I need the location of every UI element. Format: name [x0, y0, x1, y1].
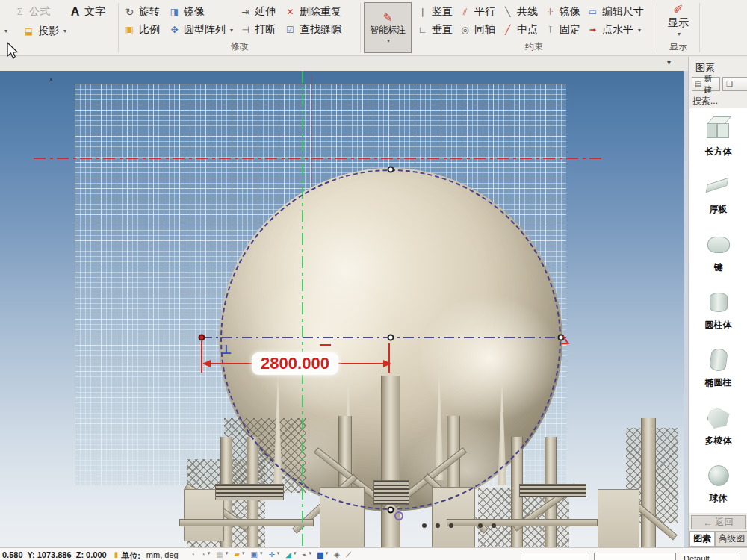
circular-array-button[interactable]: ✥ 圆型阵列 ▾ [168, 23, 239, 37]
snap-icon[interactable]: ◢ [285, 550, 291, 559]
coaxial-constraint-button[interactable]: ◎ 同轴 [459, 23, 501, 37]
extend-icon: ⇥ [239, 6, 252, 18]
parallel-constraint-button[interactable]: ⫽ 平行 [459, 5, 501, 19]
list-item-sphere[interactable]: 球体 [689, 455, 747, 513]
new-button[interactable]: ▤ 新建 [692, 77, 720, 91]
snap-icon[interactable]: ◔ [201, 550, 205, 559]
display-button[interactable]: 显示 [668, 16, 689, 30]
flanged-beam [519, 484, 586, 497]
midpoint-constraint-button[interactable]: ╱ 中点 [501, 23, 544, 37]
open-part-button-clipped[interactable]: ❏ [722, 77, 747, 91]
part-icon: ❏ [725, 78, 734, 90]
mirror-button[interactable]: ◨ 镜像 [168, 5, 239, 19]
snap-icon[interactable]: ▰ [234, 550, 240, 559]
snap-icon[interactable]: ▣ [250, 550, 257, 559]
chevron-down-icon: ▾ [678, 31, 681, 37]
snap-icon[interactable]: ⌁ [303, 550, 307, 559]
slot-button-clipped[interactable]: ▾ [3, 28, 15, 34]
ribbon-group-display: ✐ 显示 ▾ 显示 [659, 0, 698, 55]
handle-point-bottom[interactable] [388, 507, 394, 514]
snap-icon[interactable]: ✛ [268, 550, 274, 559]
handle-point-top[interactable] [388, 167, 394, 173]
snap-icon[interactable]: ▦ [216, 550, 223, 559]
primitive-list: 长方体 厚板 键 圆柱体 椭圆柱 多棱体 [689, 108, 747, 513]
formula-button[interactable]: Σ 公式 [13, 5, 58, 19]
bolt [436, 523, 440, 528]
bolt [422, 523, 427, 528]
list-item-elliptical-cylinder[interactable]: 椭圆柱 [689, 340, 747, 397]
primitives-panel: 图素 ▤ 新建 ❏ 搜索... 长方体 厚板 键 圆柱体 [688, 57, 747, 547]
dimension-extension-line [201, 341, 202, 373]
axis-marker: x [49, 75, 53, 83]
viewport-chevron-down-icon[interactable]: ▾ [667, 58, 671, 66]
centerline-horizontal[interactable] [202, 337, 566, 338]
collinear-constraint-button[interactable]: ╲ 共线 [501, 5, 544, 19]
search-input[interactable]: 搜索... [692, 95, 718, 108]
chevron-down-icon: ▾ [63, 28, 66, 34]
text-button[interactable]: A 文字 [69, 5, 114, 19]
find-gap-button[interactable]: ☑ 查找缝隙 [284, 23, 356, 37]
units-icon: ▮ [114, 550, 119, 559]
smart-dimension-button[interactable]: ✎ 智能标注 ▾ [364, 2, 412, 53]
snap-icon[interactable]: ◈ [334, 550, 340, 559]
delete-duplicate-icon: ✕ [284, 6, 297, 18]
dimension-arrow-right [383, 360, 395, 367]
style-dropdown[interactable]: Default [681, 553, 740, 560]
perpendicular-constraint-button[interactable]: ∟ 垂直 [416, 23, 459, 37]
support-column [641, 418, 656, 547]
selection-type-dropdown[interactable] [594, 553, 676, 560]
ribbon-separator [657, 3, 657, 52]
snap-icon[interactable]: ◔ [190, 550, 195, 559]
extend-button[interactable]: ⇥ 延伸 [239, 5, 284, 19]
tab-primitives[interactable]: 图素 [689, 531, 715, 547]
construction-line-horizontal[interactable] [34, 158, 603, 159]
chevron-down-icon: ▾ [387, 37, 390, 44]
snap-icon[interactable]: ⟋ [346, 550, 351, 559]
projection-button[interactable]: ⬓ 投影 ▾ [22, 25, 66, 38]
back-button[interactable]: ← 返回 [691, 515, 746, 529]
ribbon-toolbar: Σ 公式 A 文字 ▾ ⬓ 投影 ▾ [0, 0, 747, 56]
sketch-point-left[interactable] [199, 335, 205, 341]
delete-duplicate-button[interactable]: ✕ 删除重复 [284, 5, 356, 19]
new-document-icon: ▤ [695, 78, 701, 90]
ribbon-group-modify: ↻ 旋转 ◨ 镜像 ⇥ 延伸 ✕ 删除重复 ▣ [120, 0, 359, 55]
selection-filter-dropdown[interactable] [521, 553, 589, 560]
cad-application-window: Σ 公式 A 文字 ▾ ⬓ 投影 ▾ [0, 0, 747, 560]
mouse-cursor [6, 42, 19, 60]
snap-toggle-icons: ◔ ◔▾ ▦▾ ▰▾ ▣▾ ✛▾ ◢▾ ⌁▾ ▆▾ ◈ ⟋ [186, 550, 351, 559]
dimension-arrow-left [199, 360, 211, 367]
list-item-cylinder[interactable]: 圆柱体 [689, 281, 747, 339]
list-item-key[interactable]: 键 [689, 224, 747, 281]
tab-advanced[interactable]: 高级图 [715, 531, 747, 547]
point-horizontal-button[interactable]: ➟ 点水平 ▾ [586, 23, 652, 37]
units-value[interactable]: mm, deg [146, 550, 179, 559]
minus-marker [320, 344, 331, 346]
formula-icon: Σ [13, 6, 26, 18]
panel-tabs: 图素 高级图 [689, 531, 747, 547]
cuboid-icon [704, 116, 733, 142]
list-item-cuboid[interactable]: 长方体 [689, 108, 747, 166]
display-group-label: 显示 [662, 40, 695, 55]
fixed-constraint-button[interactable]: ⊺ 固定 [544, 23, 586, 37]
list-item-thick-plate[interactable]: 厚板 [689, 166, 747, 223]
handle-point-center[interactable] [388, 335, 394, 341]
status-bar: 0.580 Y: 1073.886 Z: 0.000 ▮ 单位: mm, deg… [0, 547, 747, 560]
break-button[interactable]: ⊣ 打断 [239, 23, 284, 37]
snap-icon[interactable]: ▆ [317, 550, 323, 559]
mirror-constraint-button[interactable]: ·|· 镜像 [544, 5, 586, 19]
units-label: 单位: [121, 550, 140, 560]
ribbon-separator [118, 3, 119, 52]
coaxial-constraint-icon: ◎ [459, 24, 471, 36]
list-item-polyhedron[interactable]: 多棱体 [689, 397, 747, 455]
chevron-down-icon: ▾ [4, 28, 7, 34]
3d-viewport[interactable]: x [0, 71, 684, 547]
cylinder-icon [704, 290, 733, 315]
fixed-constraint-icon: ⊺ [544, 24, 557, 36]
scale-button[interactable]: ▣ 比例 [123, 23, 168, 37]
dimension-value-label[interactable]: 2800.000 [252, 352, 338, 375]
rotate-button[interactable]: ↻ 旋转 [123, 5, 168, 19]
vertical-constraint-button[interactable]: ∣ 竖直 [416, 5, 459, 19]
find-gap-icon: ☑ [284, 24, 297, 36]
rotate-icon: ↻ [123, 6, 136, 18]
edit-dimension-button[interactable]: ▭ 编辑尺寸 [586, 5, 652, 19]
